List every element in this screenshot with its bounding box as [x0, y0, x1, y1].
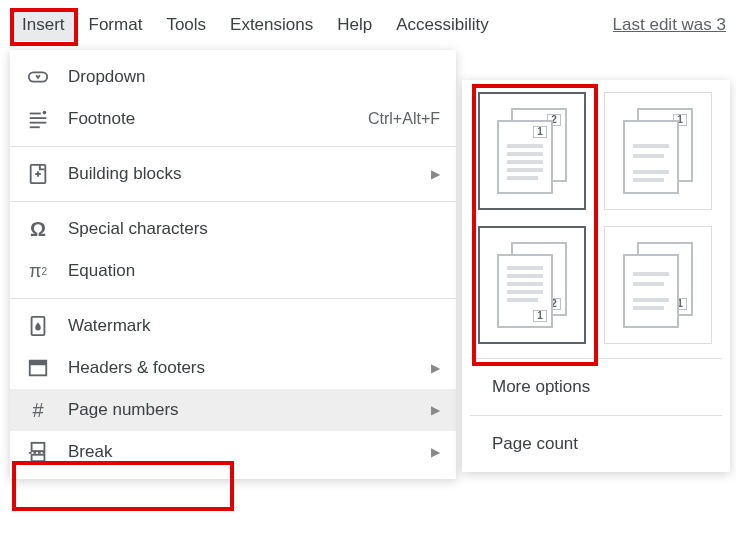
building-blocks-icon — [26, 162, 50, 186]
last-edit-link[interactable]: Last edit was 3 — [613, 15, 726, 35]
page-numbers-submenu: 2 1 1 — [462, 80, 730, 472]
menu-item-label: Building blocks — [68, 164, 431, 184]
menu-item-equation[interactable]: π2 Equation — [10, 250, 456, 292]
menu-item-label: Page numbers — [68, 400, 431, 420]
thumb-header-number-skip-first[interactable]: 1 — [604, 92, 712, 210]
menu-extensions[interactable]: Extensions — [218, 9, 325, 41]
svg-rect-9 — [30, 361, 47, 366]
pi-squared-icon: π2 — [26, 259, 50, 283]
svg-rect-10 — [32, 443, 45, 451]
divider — [10, 146, 456, 147]
chevron-right-icon: ▶ — [431, 361, 440, 375]
chevron-right-icon: ▶ — [431, 403, 440, 417]
menu-item-watermark[interactable]: Watermark — [10, 305, 456, 347]
hash-icon: # — [26, 398, 50, 422]
menu-item-label: Break — [68, 442, 431, 462]
menu-item-label: Footnote — [68, 109, 368, 129]
menu-item-page-numbers[interactable]: # Page numbers ▶ — [10, 389, 456, 431]
menu-item-label: Dropdown — [68, 67, 440, 87]
menubar: Insert Format Tools Extensions Help Acce… — [0, 0, 736, 48]
insert-dropdown: Dropdown Footnote Ctrl+Alt+F Building bl… — [10, 50, 456, 479]
submenu-page-count[interactable]: Page count — [470, 422, 722, 466]
menu-item-shortcut: Ctrl+Alt+F — [368, 110, 440, 128]
watermark-icon — [26, 314, 50, 338]
submenu-more-options[interactable]: More options — [470, 365, 722, 409]
footnote-icon — [26, 107, 50, 131]
divider — [470, 358, 722, 359]
menu-item-special-characters[interactable]: Ω Special characters — [10, 208, 456, 250]
divider — [10, 201, 456, 202]
svg-point-5 — [43, 111, 47, 115]
menu-format[interactable]: Format — [77, 9, 155, 41]
menu-item-label: Special characters — [68, 219, 440, 239]
thumb-footer-number-skip-first[interactable]: 1 — [604, 226, 712, 344]
chevron-right-icon: ▶ — [431, 167, 440, 181]
thumb-header-number[interactable]: 2 1 — [478, 92, 586, 210]
menu-tools[interactable]: Tools — [154, 9, 218, 41]
thumb-footer-number[interactable]: 2 1 — [478, 226, 586, 344]
menu-item-footnote[interactable]: Footnote Ctrl+Alt+F — [10, 98, 456, 140]
svg-rect-11 — [32, 455, 45, 461]
menu-item-headers-footers[interactable]: Headers & footers ▶ — [10, 347, 456, 389]
headers-footers-icon — [26, 356, 50, 380]
menu-item-building-blocks[interactable]: Building blocks ▶ — [10, 153, 456, 195]
menu-item-label: Watermark — [68, 316, 440, 336]
chevron-right-icon: ▶ — [431, 445, 440, 459]
menu-item-label: Equation — [68, 261, 440, 281]
menu-item-label: Headers & footers — [68, 358, 431, 378]
divider — [470, 415, 722, 416]
dropdown-icon — [26, 65, 50, 89]
thumbnail-grid: 2 1 1 — [470, 92, 722, 352]
menu-help[interactable]: Help — [325, 9, 384, 41]
menu-accessibility[interactable]: Accessibility — [384, 9, 501, 41]
omega-icon: Ω — [26, 217, 50, 241]
break-icon — [26, 440, 50, 464]
menu-item-break[interactable]: Break ▶ — [10, 431, 456, 473]
menu-item-dropdown[interactable]: Dropdown — [10, 56, 456, 98]
divider — [10, 298, 456, 299]
menu-insert[interactable]: Insert — [10, 9, 77, 41]
